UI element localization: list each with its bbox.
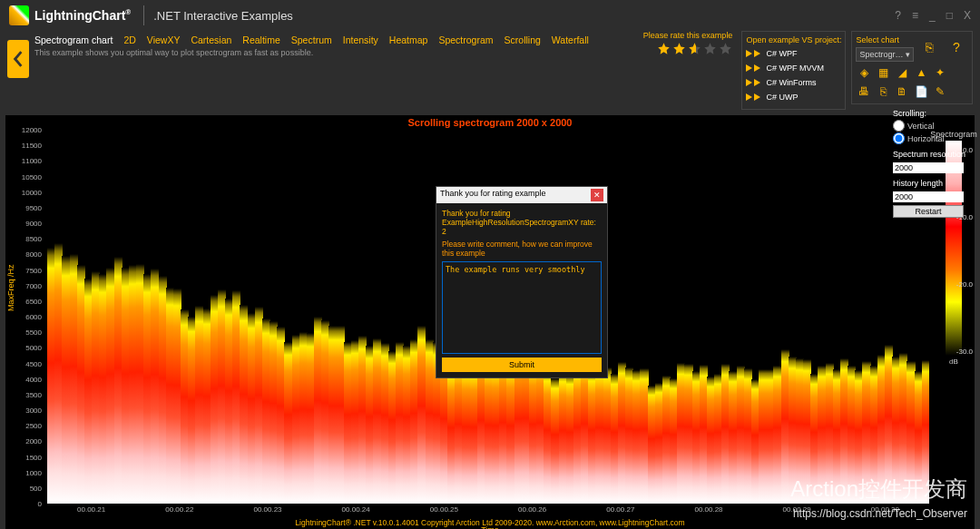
open-project-option[interactable]: C# WinForms — [746, 76, 841, 89]
breadcrumb-item[interactable]: Scrolling — [505, 34, 541, 45]
dialog-submit-button[interactable]: Submit — [442, 358, 602, 372]
help-icon[interactable]: ? — [895, 9, 901, 22]
open-project-option[interactable]: C# WPF — [746, 47, 841, 60]
open-project-option[interactable]: C# WPF MVVM — [746, 62, 841, 74]
scrolling-horizontal-radio[interactable]: Horizontal — [893, 132, 971, 144]
close-icon[interactable]: X — [964, 9, 971, 22]
breadcrumb-item[interactable]: Spectrum — [291, 34, 332, 45]
rating-dialog: Thank you for rating example ✕ Thank you… — [436, 186, 608, 378]
doc-icon[interactable]: 🗎 — [894, 83, 910, 100]
example-subtitle: This example shows you optimal way to pl… — [34, 48, 638, 57]
breadcrumb-item[interactable]: Spectrogram chart — [34, 34, 113, 45]
breadcrumb-item[interactable]: ViewXY — [147, 34, 181, 45]
rate-label: Please rate this example — [643, 31, 733, 40]
y-axis-label: MaxFreq /Hz — [6, 264, 15, 311]
print-icon[interactable]: 🖶 — [856, 83, 872, 100]
chart-select[interactable]: Spectrogr… ▾ — [856, 47, 914, 62]
restart-button[interactable]: Restart — [893, 205, 964, 218]
maximize-icon[interactable]: □ — [946, 9, 953, 22]
dialog-prompt: Please write comment, how we can improve… — [442, 240, 602, 258]
breadcrumb-item[interactable]: Waterfall — [552, 34, 589, 45]
breadcrumb-item[interactable]: 2D — [123, 34, 135, 45]
brand-name: LightningChart® — [34, 8, 131, 23]
menu-icon[interactable]: ≡ — [912, 9, 918, 22]
minimize-icon[interactable]: _ — [929, 9, 936, 22]
breadcrumb-item[interactable]: Realtime — [242, 34, 279, 45]
star-icon[interactable]: ✦ — [932, 64, 948, 81]
breadcrumb-item[interactable]: Spectrogram — [438, 34, 493, 45]
select-chart-panel: Select chart Spectrogr… ▾ ⎘ ? ◈ ▦ ◢ ▲ ✦ … — [851, 31, 973, 104]
breadcrumb-item[interactable]: Intensity — [343, 34, 378, 45]
side-controls: Scrolling: Vertical Horizontal Spectrum … — [893, 109, 971, 218]
info-icon[interactable]: ? — [945, 35, 968, 59]
code-icon[interactable]: ▦ — [875, 64, 891, 81]
breadcrumb-item[interactable]: Heatmap — [389, 34, 428, 45]
scrolling-vertical-radio[interactable]: Vertical — [893, 120, 971, 132]
open-project-option[interactable]: C# UWP — [746, 91, 841, 103]
dialog-comment-input[interactable] — [442, 261, 602, 354]
save-icon[interactable]: 📄 — [913, 83, 929, 100]
copy-icon[interactable]: ⎘ — [917, 35, 941, 59]
dialog-close-icon[interactable]: ✕ — [591, 189, 603, 201]
copy2-icon[interactable]: ⎘ — [875, 83, 891, 100]
app-logo-icon — [9, 5, 29, 25]
dialog-title: Thank you for rating example — [440, 189, 546, 201]
back-button[interactable] — [7, 40, 29, 78]
open-project-panel: Open example VS project: C# WPFC# WPF MV… — [741, 31, 846, 110]
history-length-input[interactable] — [893, 191, 964, 202]
rating-stars[interactable] — [657, 42, 732, 55]
dialog-rate-confirm: Thank you for rating ExampleHighResoluti… — [442, 209, 602, 236]
breadcrumb: Spectrogram chart2DViewXYCartesianRealti… — [34, 31, 638, 45]
ruler-icon[interactable]: ◢ — [894, 64, 910, 81]
divider — [143, 5, 144, 25]
chart-title: Scrolling spectrogram 2000 x 2000 — [5, 115, 975, 128]
settings-icon[interactable]: ✎ — [932, 83, 948, 100]
watermark-url: https://blog.csdn.net/Tech_Observer — [793, 507, 967, 520]
toolbar-icons: ◈ ▦ ◢ ▲ ✦ 🖶 ⎘ 🗎 📄 ✎ — [856, 64, 968, 100]
grid-icon[interactable]: ▲ — [913, 64, 929, 81]
y-axis: 0500100015002000250030003500400045005000… — [5, 130, 44, 504]
chart-icon[interactable]: ◈ — [856, 64, 872, 81]
spectrum-resolution-input[interactable] — [893, 162, 964, 173]
watermark-brand: Arction控件开发商 — [790, 475, 967, 504]
app-title: .NET Interactive Examples — [153, 9, 293, 23]
breadcrumb-item[interactable]: Cartesian — [191, 34, 231, 45]
